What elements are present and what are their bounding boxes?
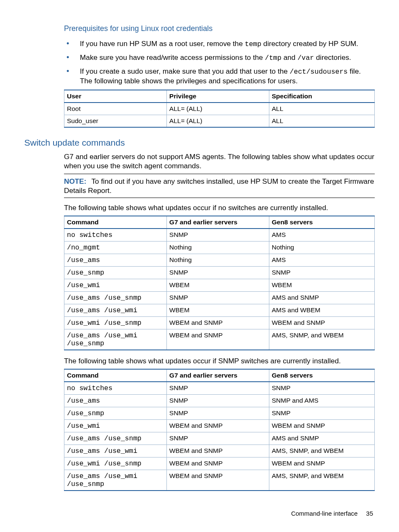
table-cell: Root [64,103,167,115]
table-cell: SNMP [166,395,269,407]
table-cell: AMS, SNMP, and WBEM [269,329,374,350]
switch-heading: Switch update commands [24,138,375,148]
prereq-bullet-0: If you have run HP SUM as a root user, r… [64,39,375,49]
table-cell: Sudo_user [64,115,167,128]
th-privilege: Privilege [166,90,269,103]
table-cell: WBEM and SNMP [269,420,374,432]
table-row: /use_wmi /use_snmpWBEM and SNMPWBEM and … [64,317,375,329]
table-cell: WBEM [166,304,269,317]
table-cell: no switches [64,229,167,242]
text: directories. [314,53,351,62]
table-row: no switchesSNMPAMS [64,229,375,242]
switch-p1: The following table shows what updates o… [64,203,375,212]
command-text: /use_ams /use_snmp [67,434,141,442]
table-cell: SNMP [166,292,269,304]
table-row: /use_snmpSNMPSNMP [64,407,375,420]
th-command: Command [64,216,167,229]
table-cell: /use_ams [64,254,167,267]
footer-page-number: 35 [366,510,373,517]
table-cell: /use_ams /use_wmi [64,445,167,457]
table-cell: AMS and SNMP [269,292,374,304]
table-cell: /use_ams /use_snmp [64,432,167,445]
text: Make sure you have read/write access per… [80,53,265,62]
table-row: /use_ams /use_wmi /use_snmpWBEM and SNMP… [64,329,375,350]
command-text: no switches [67,231,113,239]
text: and [281,53,297,62]
prereq-heading: Prerequisites for using Linux root crede… [64,24,375,33]
table-cell: SNMP [269,267,374,279]
table-cell: /use_ams /use_wmi /use_snmp [64,329,167,350]
table-row: /use_ams /use_wmiWBEM and SNMPAMS, SNMP,… [64,445,375,457]
snmp-switches-table: Command G7 and earlier servers Gen8 serv… [64,369,375,491]
table-cell: /use_wmi /use_snmp [64,457,167,470]
table-cell: SNMP [269,407,374,420]
table-cell: AMS [269,254,374,267]
footer-title: Command-line interface [291,510,358,517]
text: directory created by HP SUM. [261,39,358,48]
code: /var [297,54,314,62]
no-switches-table: Command G7 and earlier servers Gen8 serv… [64,216,375,350]
prereq-bullet-2: If you create a sudo user, make sure tha… [64,67,375,85]
table-cell: SNMP [166,432,269,445]
table-cell: SNMP and AMS [269,395,374,407]
table-row: RootALL= (ALL)ALL [64,103,375,115]
table-cell: WBEM [269,279,374,292]
table-cell: /use_ams /use_wmi [64,304,167,317]
th-gen8: Gen8 servers [269,216,374,229]
code: /tmp [265,54,281,62]
table-row: Sudo_userALL= (ALL)ALL [64,115,375,128]
th-specification: Specification [269,90,374,103]
command-text: /use_wmi [67,422,100,430]
command-text: /use_snmp [67,269,104,277]
table-row: /use_ams /use_wmi /use_snmpWBEM and SNMP… [64,470,375,491]
table-cell: WBEM and SNMP [269,457,374,470]
command-text: /use_ams [67,256,100,264]
command-text: /use_ams [67,397,100,405]
table-cell: SNMP [269,382,374,395]
th-g7: G7 and earlier servers [166,216,269,229]
command-text: /use_ams /use_wmi /use_snmp [67,472,137,488]
table-cell: WBEM and SNMP [166,317,269,329]
text: If you create a sudo user, make sure tha… [80,67,290,75]
command-text: /use_wmi /use_snmp [67,319,141,327]
command-text: /use_snmp [67,409,104,417]
page-footer: Command-line interface 35 [291,510,373,517]
table-cell: WBEM and SNMP [269,317,374,329]
table1-body: no switchesSNMPAMS/no_mgmtNothingNothing… [64,229,375,350]
note-label: NOTE: [64,177,86,185]
table-cell: AMS and SNMP [269,432,374,445]
table-row: /no_mgmtNothingNothing [64,242,375,254]
table-cell: Nothing [166,254,269,267]
table-cell: WBEM and SNMP [166,329,269,350]
command-text: /use_ams /use_wmi [67,447,137,455]
table-cell: ALL= (ALL) [166,103,269,115]
table-cell: WBEM and SNMP [166,420,269,432]
command-text: /no_mgmt [67,244,100,252]
table-cell: /no_mgmt [64,242,167,254]
command-text: /use_ams /use_wmi [67,306,137,314]
table-row: /use_ams /use_snmpSNMPAMS and SNMP [64,292,375,304]
command-text: /use_ams /use_wmi /use_snmp [67,332,137,347]
code: temp [245,40,261,48]
table-row: /use_wmiWBEMWBEM [64,279,375,292]
th-g7: G7 and earlier servers [166,369,269,382]
table-cell: /use_wmi [64,279,167,292]
table-row: /use_wmiWBEM and SNMPWBEM and SNMP [64,420,375,432]
th-gen8: Gen8 servers [269,369,374,382]
table-cell: SNMP [166,407,269,420]
table-cell: ALL= (ALL) [166,115,269,128]
table-row: /use_ams /use_snmpSNMPAMS and SNMP [64,432,375,445]
table-cell: SNMP [166,229,269,242]
table-cell: WBEM and SNMP [166,457,269,470]
table-cell: /use_ams /use_snmp [64,292,167,304]
table-cell: Nothing [269,242,374,254]
th-user: User [64,90,167,103]
command-text: no switches [67,384,113,392]
switch-intro: G7 and earlier servers do not support AM… [64,152,375,170]
table-cell: /use_ams [64,395,167,407]
prereq-bullet-1: Make sure you have read/write access per… [64,53,375,62]
table-cell: WBEM and SNMP [166,445,269,457]
table-cell: AMS [269,229,374,242]
table-row: /use_ams /use_wmiWBEMAMS and WBEM [64,304,375,317]
note-box: NOTE:To find out if you have any switche… [64,174,375,198]
